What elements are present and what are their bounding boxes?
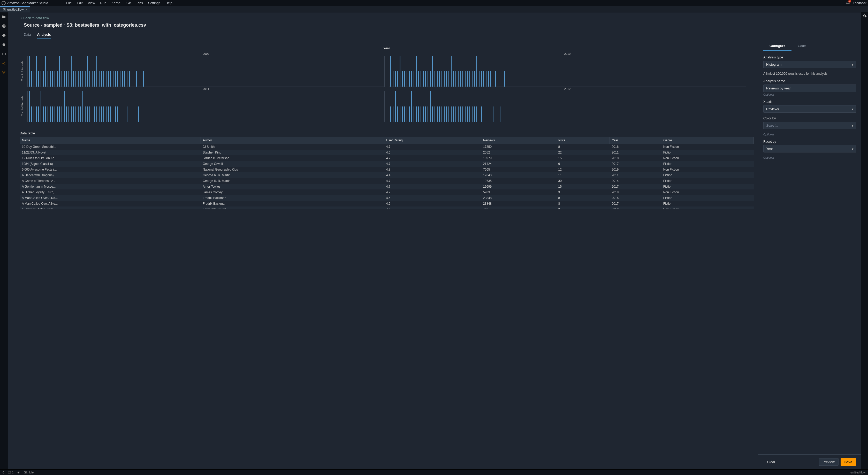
table-cell: Non Fiction	[661, 207, 754, 209]
table-row[interactable]: 5,000 Awesome Facts (...National Geograp…	[20, 167, 754, 172]
commands-icon[interactable]	[2, 42, 6, 47]
endpoints-icon[interactable]	[2, 70, 6, 75]
preview-button[interactable]: Preview	[818, 458, 838, 466]
xaxis-select[interactable]: Reviews	[763, 105, 856, 113]
table-cell: 12643	[481, 172, 556, 178]
table-cell: 15	[556, 155, 610, 161]
colorby-label: Color by	[763, 116, 856, 120]
table-cell: 8	[556, 144, 610, 150]
svg-point-7	[3, 71, 3, 72]
column-header[interactable]: Genre	[661, 137, 754, 144]
table-cell: 4.6	[384, 195, 481, 201]
menu-file[interactable]: File	[64, 1, 74, 5]
table-row[interactable]: 1984 (Signet Classics)George Orwell4.721…	[20, 161, 754, 167]
table-row[interactable]: 11/22/63: A NovelStephen King4.620522220…	[20, 150, 754, 155]
table-row[interactable]: A Man Called Ove: A No...Fredrik Backman…	[20, 201, 754, 207]
table-cell: 2016	[610, 144, 661, 150]
git-icon[interactable]	[2, 33, 6, 38]
close-tab-icon[interactable]: ×	[25, 7, 27, 12]
svg-rect-1	[3, 26, 4, 27]
menu-edit[interactable]: Edit	[74, 1, 85, 5]
file-tab[interactable]: untitled.flow ×	[0, 6, 30, 12]
app-title: Amazon SageMaker Studio	[7, 1, 48, 5]
status-gear-icon[interactable]	[17, 471, 20, 474]
menu-git[interactable]: Git	[124, 1, 133, 5]
menu-tabs[interactable]: Tabs	[133, 1, 146, 5]
status-item-1[interactable]: 0	[3, 471, 4, 474]
table-row[interactable]: A Gentleman in Mosco...Amor Towles4.7196…	[20, 184, 754, 189]
clear-button[interactable]: Clear	[763, 458, 779, 466]
table-cell: 19735	[481, 178, 556, 184]
menu-kernel[interactable]: Kernel	[109, 1, 124, 5]
column-header[interactable]: Author	[200, 137, 384, 144]
configure-tab[interactable]: Configure	[763, 44, 792, 51]
table-cell: Non Fiction	[661, 167, 754, 172]
notification-bell-icon[interactable]: 4	[846, 1, 850, 5]
table-cell: 4.7	[384, 184, 481, 189]
code-tab[interactable]: Code	[792, 44, 812, 51]
back-to-data-flow-link[interactable]: ‹ Back to data flow	[8, 12, 861, 20]
configure-panel: Configure Code Analysis type Histogram A…	[758, 39, 861, 469]
table-cell: 12	[556, 167, 610, 172]
table-cell: 2018	[610, 189, 661, 195]
column-header[interactable]: Price	[556, 137, 610, 144]
table-cell: 30	[556, 178, 610, 184]
table-row[interactable]: A Man Called Ove: A No...Fredrik Backman…	[20, 195, 754, 201]
table-cell: 460	[481, 207, 556, 209]
table-cell: 17350	[481, 144, 556, 150]
table-cell: Amor Towles	[200, 184, 384, 189]
tab-data[interactable]: Data	[24, 33, 31, 39]
status-terminal-icon[interactable]: 1	[8, 471, 13, 474]
components-icon[interactable]	[2, 61, 6, 66]
table-row[interactable]: A Patriot's History of th...Larry Schwei…	[20, 207, 754, 209]
table-cell: George R. R. Martin	[200, 178, 384, 184]
analysis-name-label: Analysis name	[763, 79, 856, 83]
menu-settings[interactable]: Settings	[146, 1, 163, 5]
column-header[interactable]: Name	[20, 137, 201, 144]
table-cell: 3	[556, 189, 610, 195]
status-filename: untitled.flow	[850, 471, 865, 474]
table-row[interactable]: 12 Rules for Life: An An...Jordan B. Pet…	[20, 155, 754, 161]
table-cell: 4.6	[384, 201, 481, 207]
column-header[interactable]: Year	[610, 137, 661, 144]
table-cell: 2011	[610, 150, 661, 155]
data-table[interactable]: NameAuthorUser RatingReviewsPriceYearGen…	[20, 137, 754, 209]
table-cell: Fiction	[661, 172, 754, 178]
tabs-icon[interactable]	[2, 52, 6, 56]
menu-help[interactable]: Help	[163, 1, 175, 5]
table-row[interactable]: A Higher Loyalty: Truth,...James Comey4.…	[20, 189, 754, 195]
table-cell: 6	[556, 161, 610, 167]
table-cell: Fiction	[661, 150, 754, 155]
save-button[interactable]: Save	[841, 458, 856, 466]
table-row[interactable]: A Game of Thrones / A ...George R. R. Ma…	[20, 178, 754, 184]
table-cell: Larry Schweikart	[200, 207, 384, 209]
menu-view[interactable]: View	[85, 1, 98, 5]
chevron-left-icon: ‹	[21, 16, 22, 20]
status-git[interactable]: Git: Idle	[24, 471, 34, 474]
table-cell: 2014	[610, 178, 661, 184]
table-row[interactable]: 10-Day Green Smoothi...JJ Smith4.7173508…	[20, 144, 754, 150]
facet-plot	[389, 56, 746, 87]
svg-rect-10	[8, 471, 10, 473]
running-icon[interactable]	[2, 24, 6, 28]
column-header[interactable]: User Rating	[384, 137, 481, 144]
table-cell: 2017	[610, 184, 661, 189]
menu-run[interactable]: Run	[98, 1, 109, 5]
table-cell: 2018	[610, 155, 661, 161]
table-row[interactable]: A Dance with Dragons (...George R. R. Ma…	[20, 172, 754, 178]
analysis-name-input[interactable]	[763, 85, 856, 92]
folder-icon[interactable]	[2, 14, 6, 19]
colorby-select[interactable]: Select...	[763, 122, 856, 129]
chart-title: Year	[27, 46, 746, 50]
app-logo-icon	[2, 1, 6, 5]
table-cell: Fredrik Backman	[200, 201, 384, 207]
facetby-select[interactable]: Year	[763, 145, 856, 153]
gear-icon[interactable]	[863, 14, 867, 18]
tab-analysis[interactable]: Analysis	[37, 33, 51, 39]
analysis-type-select[interactable]: Histogram	[763, 61, 856, 68]
column-header[interactable]: Reviews	[481, 137, 556, 144]
table-cell: 5,000 Awesome Facts (...	[20, 167, 201, 172]
table-cell: 18979	[481, 155, 556, 161]
svg-point-4	[3, 63, 3, 64]
feedback-link[interactable]: Feedback	[853, 1, 866, 5]
